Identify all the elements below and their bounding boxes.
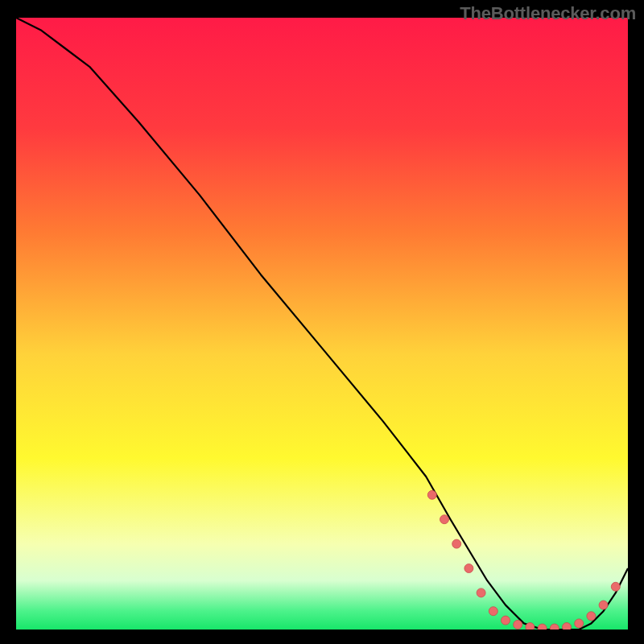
watermark-text: TheBottlenecker.com (460, 3, 636, 24)
gradient-background (16, 18, 628, 630)
plot-area (16, 18, 628, 630)
curve-marker (489, 607, 497, 616)
curve-marker (587, 612, 596, 621)
curve-marker (514, 620, 522, 629)
curve-marker (599, 601, 608, 609)
curve-marker (575, 619, 584, 628)
chart-frame: TheBottlenecker.com (0, 0, 644, 644)
curve-marker (611, 582, 620, 591)
curve-marker (502, 616, 510, 625)
curve-marker (452, 539, 461, 548)
curve-marker (538, 624, 547, 630)
bottleneck-chart (16, 18, 628, 630)
curve-marker (563, 623, 572, 630)
curve-marker (464, 564, 473, 573)
curve-marker (440, 515, 449, 524)
curve-marker (550, 624, 559, 630)
curve-marker (526, 623, 535, 630)
curve-marker (477, 588, 485, 597)
curve-marker (427, 490, 436, 499)
